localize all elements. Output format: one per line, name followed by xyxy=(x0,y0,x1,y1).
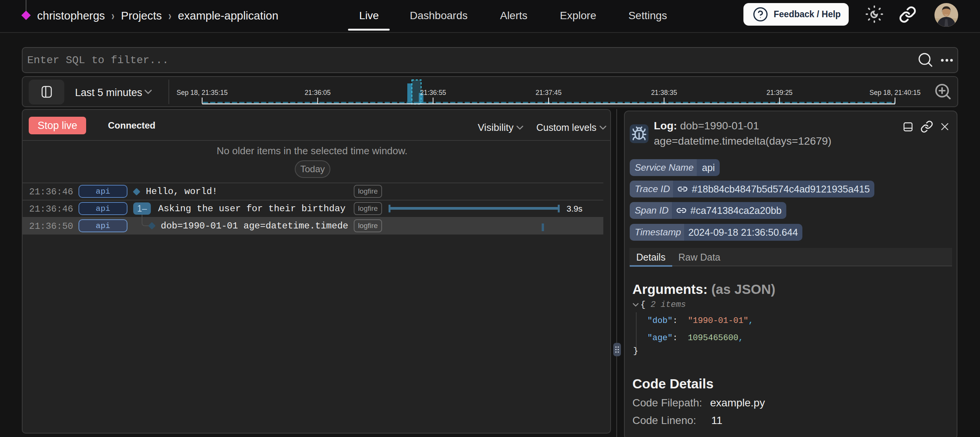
svg-text:21:37:45: 21:37:45 xyxy=(536,89,562,96)
svg-text:21:36:55: 21:36:55 xyxy=(420,89,446,96)
svg-text:21:36:05: 21:36:05 xyxy=(305,89,331,96)
svg-text:21:38:35: 21:38:35 xyxy=(651,89,677,96)
svg-text:21:39:25: 21:39:25 xyxy=(766,89,792,96)
svg-text:Sep 18, 21:35:15: Sep 18, 21:35:15 xyxy=(176,89,227,96)
svg-text:Sep 18, 21:40:15: Sep 18, 21:40:15 xyxy=(869,89,920,96)
